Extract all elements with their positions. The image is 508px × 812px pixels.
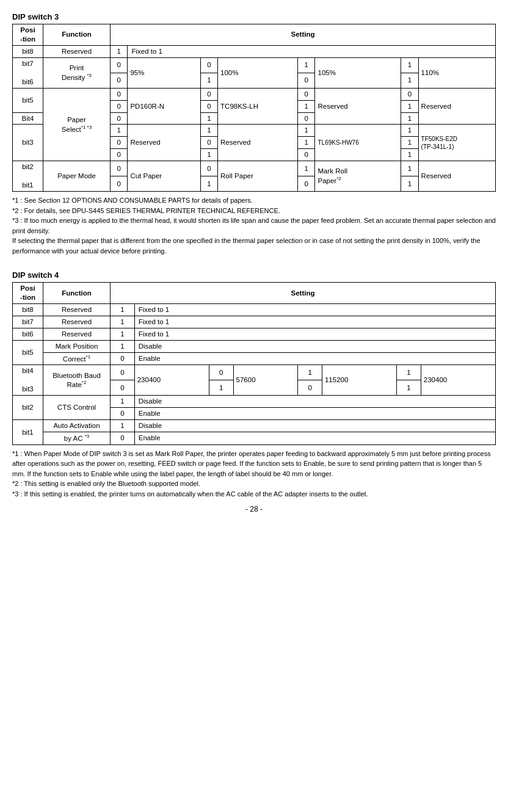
pm-v3a: 1 bbox=[298, 161, 315, 176]
ps-v2c: 1 bbox=[200, 112, 217, 125]
ps-s3: Reserved bbox=[315, 88, 401, 125]
pd-v3b: 0 bbox=[298, 73, 315, 88]
bit7-pos: bit7bit6 bbox=[13, 57, 43, 88]
d4-bit6-pos: bit6 bbox=[13, 328, 43, 340]
d4-cts-s2: Enable bbox=[134, 408, 495, 420]
page-number: - 28 - bbox=[12, 505, 496, 513]
pm-s2: Roll Paper bbox=[218, 161, 298, 192]
paper-select-func: PaperSelect*1 *3 bbox=[43, 88, 111, 161]
pd-v2a: 0 bbox=[200, 57, 217, 73]
pd-s4: 110% bbox=[418, 57, 495, 88]
d4-bit4-func: Bluetooth BaudRate*2 bbox=[43, 365, 111, 396]
dip3-fn2: *2 : For details, see DPU-S445 SERIES TH… bbox=[12, 206, 496, 216]
d4-bit7-desc: Fixed to 1 bbox=[134, 316, 495, 328]
d4-bit6-val: 1 bbox=[111, 328, 135, 340]
pm-s3: Mark RollPaper*2 bbox=[315, 161, 401, 192]
ps-s4d: TF50KS-E2D(TP-341L-1) bbox=[418, 125, 495, 161]
dip3-table: Posi-tion Function Setting bit8 Reserved… bbox=[12, 24, 496, 192]
pd-v2b: 1 bbox=[200, 73, 217, 88]
ps-s1d: Reserved bbox=[128, 125, 200, 161]
d4-br-v3b: 0 bbox=[298, 380, 322, 396]
pd-v4a: 1 bbox=[401, 57, 418, 73]
bit8-val: 1 bbox=[111, 45, 128, 57]
dip4-fn2: *2 : This setting is enabled only the Bl… bbox=[12, 479, 496, 489]
dip3-col-pos: Posi-tion bbox=[13, 24, 43, 46]
ps-v3c: 0 bbox=[298, 112, 315, 125]
ps-v4f: 1 bbox=[401, 149, 418, 161]
d4-bit5-func2: Correct*1 bbox=[43, 352, 111, 365]
d4-bit5-s2: Enable bbox=[134, 352, 495, 365]
dip4-col-pos: Posi-tion bbox=[13, 283, 43, 304]
d4-bit6-desc: Fixed to 1 bbox=[134, 328, 495, 340]
d4-bit7-val: 1 bbox=[111, 316, 135, 328]
d4-bit4-pos: bit4bit3 bbox=[13, 365, 43, 396]
pd-v1b: 0 bbox=[111, 73, 128, 88]
ps-s1: PD160R-N bbox=[128, 88, 200, 125]
ps-v1d: 1 bbox=[111, 125, 128, 137]
dip3-fn1: *1 : See Section 12 OPTIONS AND CONSUMAB… bbox=[12, 195, 496, 206]
pm-v1b: 0 bbox=[111, 176, 128, 192]
ps-v3b: 1 bbox=[298, 100, 315, 112]
dip3-footnotes: *1 : See Section 12 OPTIONS AND CONSUMAB… bbox=[12, 195, 496, 256]
pm-v1a: 0 bbox=[111, 161, 128, 176]
d4-br-s4: 230400 bbox=[421, 365, 495, 396]
ps-v4e: 1 bbox=[401, 137, 418, 149]
bit3-pos-a: bit3 bbox=[13, 125, 43, 161]
bit2-pos: bit2bit1 bbox=[13, 161, 43, 192]
pd-v4b: 1 bbox=[401, 73, 418, 88]
dip3-fn3: *3 : If too much energy is applied to th… bbox=[12, 216, 496, 236]
bit8-pos: bit8 bbox=[13, 45, 43, 57]
ps-v3f: 0 bbox=[298, 149, 315, 161]
d4-bit2-func: CTS Control bbox=[43, 396, 111, 420]
pm-v2b: 1 bbox=[200, 176, 217, 192]
bit4-pos: Bit4 bbox=[13, 112, 43, 125]
d4-br-s3: 115200 bbox=[322, 365, 396, 396]
pd-v3a: 1 bbox=[298, 57, 315, 73]
pd-s1: 95% bbox=[128, 57, 200, 88]
d4-br-v1b: 0 bbox=[111, 380, 135, 396]
d4-bit6-func: Reserved bbox=[43, 328, 111, 340]
pd-s3: 105% bbox=[315, 57, 401, 88]
d4-bit5-s1: Disable bbox=[134, 340, 495, 352]
bit8-desc: Fixed to 1 bbox=[128, 45, 496, 57]
ps-v2e: 0 bbox=[200, 137, 217, 149]
d4-bit5-v1: 1 bbox=[111, 340, 135, 352]
ps-v4a: 0 bbox=[401, 88, 418, 100]
dip4-footnotes: *1 : When Paper Mode of DIP switch 3 is … bbox=[12, 449, 496, 499]
dip3-fn4: If selecting the thermal paper that is d… bbox=[12, 236, 496, 256]
d4-br-v4b: 1 bbox=[397, 380, 421, 396]
ps-v1e: 0 bbox=[111, 137, 128, 149]
dip4-col-setting: Setting bbox=[111, 283, 496, 304]
d4-br-v2b: 1 bbox=[209, 380, 233, 396]
d4-bit2-pos: bit2 bbox=[13, 396, 43, 420]
ps-v4c: 1 bbox=[401, 112, 418, 125]
dip4-fn1: *1 : When Paper Mode of DIP switch 3 is … bbox=[12, 449, 496, 479]
d4-bit5-v2: 0 bbox=[111, 352, 135, 365]
dip3-col-func: Function bbox=[43, 24, 111, 46]
ps-v4d: 1 bbox=[401, 125, 418, 137]
d4-bit8-pos: bit8 bbox=[13, 303, 43, 316]
paper-mode-func: Paper Mode bbox=[43, 161, 111, 192]
pm-v3b: 0 bbox=[298, 176, 315, 192]
d4-aa-s1: Disable bbox=[134, 420, 495, 432]
d4-bit7-func: Reserved bbox=[43, 316, 111, 328]
ps-v2f: 1 bbox=[200, 149, 217, 161]
d4-br-v2a: 0 bbox=[209, 365, 233, 380]
d4-bit7-pos: bit7 bbox=[13, 316, 43, 328]
ps-v3e: 1 bbox=[298, 137, 315, 149]
d4-br-s1: 230400 bbox=[134, 365, 209, 396]
d4-br-v3a: 1 bbox=[298, 365, 322, 380]
d4-aa-v1: 1 bbox=[111, 420, 135, 432]
ps-v3d: 1 bbox=[298, 125, 315, 137]
dip3-title: DIP switch 3 bbox=[12, 12, 496, 21]
d4-bit1-pos: bit1 bbox=[13, 420, 43, 445]
d4-cts-s1: Disable bbox=[134, 396, 495, 408]
d4-br-v1a: 0 bbox=[111, 365, 135, 380]
dip3-col-setting: Setting bbox=[111, 24, 496, 46]
dip4-table: Posi-tion Function Setting bit8 Reserved… bbox=[12, 282, 496, 445]
ps-s2: TC98KS-LH bbox=[218, 88, 298, 125]
dip4-col-func: Function bbox=[43, 283, 111, 304]
ps-v3a: 0 bbox=[298, 88, 315, 100]
ps-v1b: 0 bbox=[111, 100, 128, 112]
d4-cts-v1: 1 bbox=[111, 396, 135, 408]
